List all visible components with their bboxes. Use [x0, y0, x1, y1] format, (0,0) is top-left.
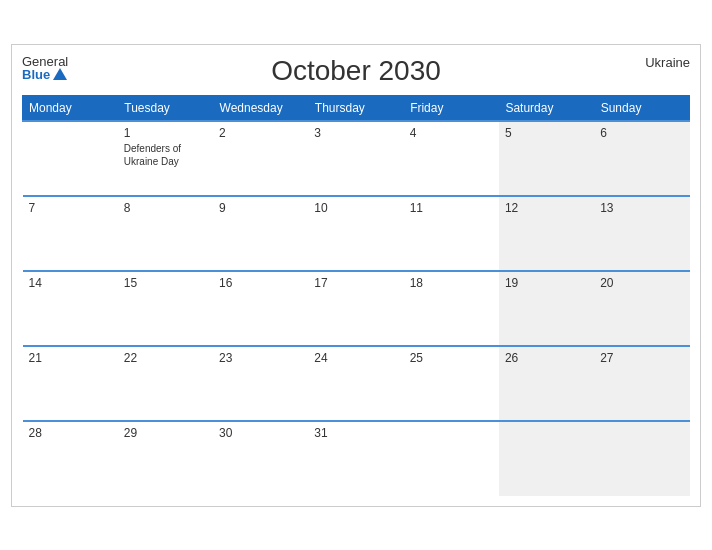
day-number: 22 [124, 351, 207, 365]
day-number: 15 [124, 276, 207, 290]
calendar-day-cell [594, 421, 689, 496]
day-number: 6 [600, 126, 683, 140]
calendar-day-cell: 26 [499, 346, 594, 421]
day-number: 10 [314, 201, 397, 215]
day-number: 2 [219, 126, 302, 140]
day-number: 12 [505, 201, 588, 215]
country-label: Ukraine [645, 55, 690, 70]
day-number: 9 [219, 201, 302, 215]
calendar-day-cell: 2 [213, 121, 308, 196]
calendar-day-cell: 30 [213, 421, 308, 496]
day-number: 13 [600, 201, 683, 215]
day-number: 26 [505, 351, 588, 365]
calendar-day-cell: 22 [118, 346, 213, 421]
calendar-day-cell: 9 [213, 196, 308, 271]
calendar-week-row: 78910111213 [23, 196, 690, 271]
logo-general-text: General [22, 55, 68, 68]
calendar-day-cell: 8 [118, 196, 213, 271]
calendar-title: October 2030 [271, 55, 441, 87]
calendar-day-cell: 23 [213, 346, 308, 421]
calendar-day-cell [404, 421, 499, 496]
day-number: 18 [410, 276, 493, 290]
calendar-table: Monday Tuesday Wednesday Thursday Friday… [22, 95, 690, 496]
calendar-day-cell: 24 [308, 346, 403, 421]
calendar-day-cell: 20 [594, 271, 689, 346]
calendar-day-cell: 10 [308, 196, 403, 271]
calendar-day-cell: 15 [118, 271, 213, 346]
calendar-day-cell: 31 [308, 421, 403, 496]
day-number: 30 [219, 426, 302, 440]
calendar-day-cell: 16 [213, 271, 308, 346]
logo-triangle-icon [53, 68, 67, 80]
calendar-day-cell: 12 [499, 196, 594, 271]
calendar-day-cell: 3 [308, 121, 403, 196]
day-number: 14 [29, 276, 112, 290]
calendar-day-cell: 19 [499, 271, 594, 346]
weekday-header-row: Monday Tuesday Wednesday Thursday Friday… [23, 95, 690, 121]
day-number: 29 [124, 426, 207, 440]
day-number: 31 [314, 426, 397, 440]
calendar-day-cell: 29 [118, 421, 213, 496]
logo-blue-text: Blue [22, 68, 68, 82]
day-number: 3 [314, 126, 397, 140]
day-number: 23 [219, 351, 302, 365]
calendar-header: General Blue October 2030 Ukraine [22, 55, 690, 87]
day-number: 16 [219, 276, 302, 290]
calendar-day-cell [23, 121, 118, 196]
day-number: 20 [600, 276, 683, 290]
day-number: 1 [124, 126, 207, 140]
calendar-day-cell: 13 [594, 196, 689, 271]
day-number: 7 [29, 201, 112, 215]
day-number: 19 [505, 276, 588, 290]
day-number: 5 [505, 126, 588, 140]
header-friday: Friday [404, 95, 499, 121]
day-number: 4 [410, 126, 493, 140]
calendar-day-cell: 14 [23, 271, 118, 346]
header-sunday: Sunday [594, 95, 689, 121]
day-number: 21 [29, 351, 112, 365]
calendar-day-cell: 25 [404, 346, 499, 421]
calendar-week-row: 28293031 [23, 421, 690, 496]
calendar-day-cell: 17 [308, 271, 403, 346]
day-number: 11 [410, 201, 493, 215]
calendar-day-cell: 4 [404, 121, 499, 196]
logo: General Blue [22, 55, 68, 82]
calendar-week-row: 1Defenders of Ukraine Day23456 [23, 121, 690, 196]
calendar-week-row: 14151617181920 [23, 271, 690, 346]
header-saturday: Saturday [499, 95, 594, 121]
day-number: 28 [29, 426, 112, 440]
header-thursday: Thursday [308, 95, 403, 121]
calendar-body: 1Defenders of Ukraine Day234567891011121… [23, 121, 690, 496]
calendar-day-cell: 7 [23, 196, 118, 271]
header-tuesday: Tuesday [118, 95, 213, 121]
calendar-container: General Blue October 2030 Ukraine Monday… [11, 44, 701, 507]
day-number: 25 [410, 351, 493, 365]
calendar-day-cell: 11 [404, 196, 499, 271]
day-number: 24 [314, 351, 397, 365]
header-monday: Monday [23, 95, 118, 121]
calendar-day-cell: 5 [499, 121, 594, 196]
day-number: 8 [124, 201, 207, 215]
day-number: 17 [314, 276, 397, 290]
calendar-day-cell: 28 [23, 421, 118, 496]
calendar-day-cell: 6 [594, 121, 689, 196]
calendar-day-cell: 18 [404, 271, 499, 346]
calendar-day-cell: 21 [23, 346, 118, 421]
day-number: 27 [600, 351, 683, 365]
calendar-week-row: 21222324252627 [23, 346, 690, 421]
header-wednesday: Wednesday [213, 95, 308, 121]
calendar-day-cell: 27 [594, 346, 689, 421]
calendar-day-cell: 1Defenders of Ukraine Day [118, 121, 213, 196]
holiday-text: Defenders of Ukraine Day [124, 142, 207, 168]
calendar-day-cell [499, 421, 594, 496]
